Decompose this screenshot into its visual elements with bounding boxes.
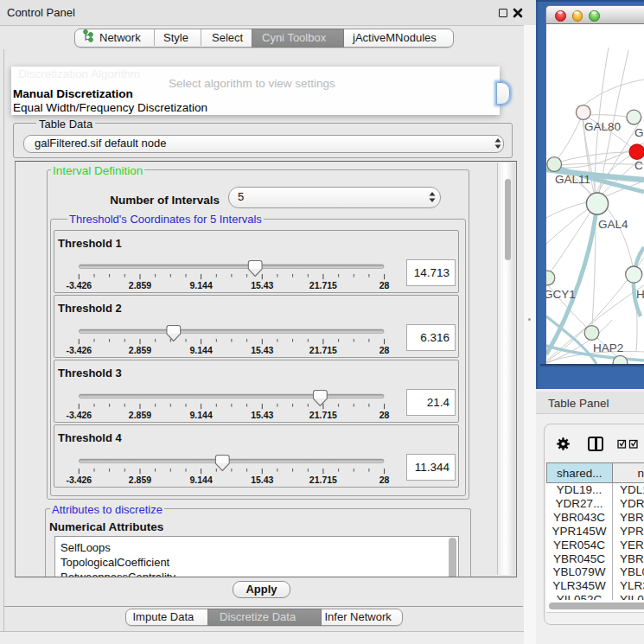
svg-text:-3.426: -3.426: [66, 410, 92, 420]
svg-text:15.43: 15.43: [251, 410, 273, 420]
svg-text:GAL11: GAL11: [555, 173, 590, 186]
svg-text:9.144: 9.144: [189, 280, 212, 290]
svg-text:9.144: 9.144: [189, 345, 212, 355]
svg-text:28: 28: [379, 345, 390, 355]
svg-text:21.715: 21.715: [309, 280, 337, 290]
svg-text:-3.426: -3.426: [66, 345, 92, 355]
svg-text:-3.426: -3.426: [66, 475, 92, 485]
svg-text:15.43: 15.43: [251, 280, 273, 290]
svg-text:C: C: [634, 159, 643, 172]
svg-text:2.859: 2.859: [129, 410, 151, 420]
svg-text:21.715: 21.715: [309, 475, 337, 485]
svg-text:28: 28: [379, 410, 390, 420]
svg-text:-3.426: -3.426: [66, 280, 92, 290]
svg-text:HAP2: HAP2: [593, 341, 623, 354]
svg-text:2.859: 2.859: [129, 345, 151, 355]
svg-text:21.715: 21.715: [309, 345, 337, 355]
svg-text:2.859: 2.859: [129, 475, 151, 485]
svg-text:GCY1: GCY1: [546, 288, 576, 301]
svg-text:21.715: 21.715: [309, 410, 337, 420]
svg-text:15.43: 15.43: [251, 475, 273, 485]
svg-text:9.144: 9.144: [189, 410, 212, 420]
svg-text:H: H: [636, 288, 644, 301]
svg-text:28: 28: [379, 280, 390, 290]
svg-text:9.144: 9.144: [189, 475, 212, 485]
svg-text:2.859: 2.859: [129, 280, 151, 290]
svg-text:15.43: 15.43: [251, 345, 273, 355]
svg-text:28: 28: [379, 475, 390, 485]
svg-text:G.: G.: [634, 126, 644, 139]
svg-text:GAL4: GAL4: [598, 218, 628, 231]
svg-text:GAL80: GAL80: [584, 120, 621, 133]
